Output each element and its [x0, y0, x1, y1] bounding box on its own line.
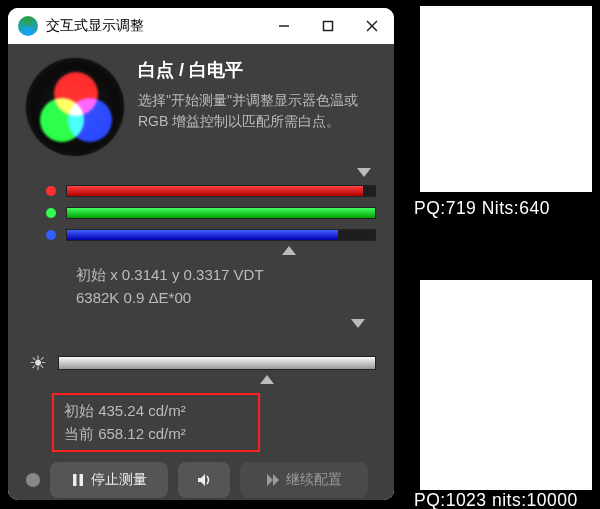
luminance-initial: 初始 435.24 cd/m² — [64, 399, 248, 422]
section-title: 白点 / 白电平 — [138, 58, 358, 82]
test-patch-2-label: PQ:1023 nits:10000 — [414, 490, 578, 509]
skip-next-icon — [266, 473, 280, 487]
calibration-window: 交互式显示调整 白点 / 白电平 选择"开始测量"并调整显示器色温或 RGB 增… — [8, 8, 394, 500]
blue-dot-icon — [46, 230, 56, 240]
stop-measure-button[interactable]: 停止测量 — [50, 462, 168, 498]
brightness-slider[interactable]: ☀ — [26, 351, 376, 375]
window-title: 交互式显示调整 — [46, 17, 262, 35]
speaker-icon — [197, 473, 211, 487]
green-dot-icon — [46, 208, 56, 218]
sound-button[interactable] — [178, 462, 230, 498]
stop-measure-label: 停止测量 — [91, 471, 147, 489]
rgb-current-marker-icon — [282, 246, 296, 255]
section-desc-1: 选择"开始测量"并调整显示器色温或 — [138, 90, 358, 111]
section-desc-2: RGB 增益控制以匹配所需白点。 — [138, 111, 358, 132]
brightness-current-marker-icon — [260, 375, 274, 384]
maximize-button[interactable] — [306, 8, 350, 44]
continue-config-button[interactable]: 继续配置 — [240, 462, 368, 498]
green-gain-slider[interactable] — [46, 202, 376, 224]
brightness-target-marker-icon — [351, 319, 365, 328]
luminance-current: 当前 658.12 cd/m² — [64, 422, 248, 445]
minimize-button[interactable] — [262, 8, 306, 44]
svg-rect-1 — [324, 22, 333, 31]
brightness-icon: ☀ — [26, 351, 50, 375]
svg-marker-6 — [198, 474, 205, 486]
close-button[interactable] — [350, 8, 394, 44]
colorimetry-line2: 6382K 0.9 ΔE*00 — [76, 287, 376, 310]
app-icon — [18, 16, 38, 36]
rgb-venn-icon — [26, 58, 124, 156]
svg-rect-5 — [80, 474, 84, 486]
continue-config-label: 继续配置 — [286, 471, 342, 489]
svg-marker-8 — [273, 474, 279, 486]
blue-gain-slider[interactable] — [46, 224, 376, 246]
luminance-readout-box: 初始 435.24 cd/m² 当前 658.12 cd/m² — [52, 393, 260, 452]
pause-icon — [71, 473, 85, 487]
titlebar[interactable]: 交互式显示调整 — [8, 8, 394, 44]
test-patch-1 — [420, 6, 592, 192]
colorimetry-line1: 初始 x 0.3141 y 0.3317 VDT — [76, 264, 376, 287]
svg-rect-4 — [73, 474, 77, 486]
test-patch-1-label: PQ:719 Nits:640 — [414, 198, 550, 219]
test-patch-2 — [420, 280, 592, 490]
record-indicator-icon — [26, 473, 40, 487]
rgb-target-marker-icon — [357, 168, 371, 177]
red-gain-slider[interactable] — [46, 180, 376, 202]
svg-marker-7 — [267, 474, 273, 486]
red-dot-icon — [46, 186, 56, 196]
